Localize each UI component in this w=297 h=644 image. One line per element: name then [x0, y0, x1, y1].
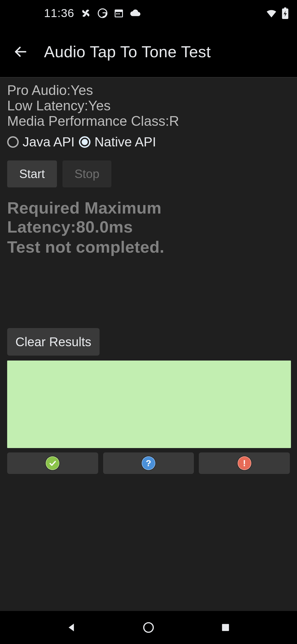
tap-area-panel[interactable]: [7, 361, 291, 448]
question-circle-icon: ?: [142, 456, 155, 470]
start-button-label: Start: [19, 167, 45, 181]
radio-native-label: Native API: [94, 134, 156, 149]
status-right: [265, 7, 289, 20]
svg-rect-6: [284, 7, 286, 9]
stop-button-label: Stop: [75, 167, 100, 181]
fail-button[interactable]: !: [199, 452, 290, 474]
alert-circle-icon: !: [238, 456, 251, 470]
app-bar: Audio Tap To Tone Test: [0, 26, 297, 77]
pass-button[interactable]: [7, 452, 98, 474]
test-not-completed-line: Test not completed.: [7, 238, 290, 256]
stop-button: Stop: [62, 160, 112, 187]
screen-root: 11:36: [0, 0, 297, 644]
svg-rect-2: [115, 10, 123, 12]
check-circle-icon: [46, 456, 59, 470]
navigation-bar: [0, 611, 297, 644]
status-bar: 11:36: [0, 0, 297, 26]
radio-dot-icon: [82, 139, 88, 145]
required-latency-line: Required Maximum Latency:80.0ms: [7, 198, 290, 236]
svg-rect-4: [119, 13, 120, 15]
status-time: 11:36: [44, 7, 74, 20]
radio-row: Java API Native API: [7, 134, 290, 149]
svg-rect-3: [116, 13, 118, 15]
status-left: 11:36: [44, 7, 141, 20]
media-perf-line: Media Performance Class:R: [7, 113, 290, 129]
app-bar-divider: [0, 77, 297, 78]
calendar-icon: [114, 8, 124, 18]
nav-back-button[interactable]: [59, 615, 84, 640]
radio-java-label: Java API: [23, 134, 75, 149]
arrow-left-icon: [13, 44, 28, 59]
clear-results-label: Clear Results: [15, 334, 91, 349]
square-icon: [220, 622, 231, 633]
back-button[interactable]: [8, 39, 33, 64]
result-button-row: ? !: [7, 452, 290, 474]
start-stop-row: Start Stop: [7, 160, 290, 187]
battery-charging-icon: [282, 7, 289, 19]
circle-icon: [142, 621, 155, 634]
svg-rect-9: [222, 624, 229, 631]
wifi-icon: [265, 7, 278, 20]
google-g-icon: [97, 8, 108, 18]
nav-home-button[interactable]: [136, 615, 161, 640]
start-button[interactable]: Start: [7, 160, 57, 187]
radio-outline-icon: [7, 136, 19, 148]
nav-recents-button[interactable]: [213, 615, 238, 640]
triangle-left-icon: [66, 622, 77, 633]
clear-results-button[interactable]: Clear Results: [7, 328, 100, 356]
low-latency-line: Low Latency:Yes: [7, 98, 290, 113]
radio-outline-icon: [79, 136, 90, 148]
radio-native-api[interactable]: Native API: [79, 134, 156, 149]
info-result-button[interactable]: ?: [103, 452, 194, 474]
radio-java-api[interactable]: Java API: [7, 134, 75, 149]
content: Pro Audio:Yes Low Latency:Yes Media Perf…: [0, 79, 297, 611]
cloud-icon: [130, 7, 141, 19]
pinwheel-icon: [80, 8, 91, 19]
svg-point-8: [144, 623, 153, 632]
pro-audio-line: Pro Audio:Yes: [7, 83, 290, 98]
page-title: Audio Tap To Tone Test: [44, 42, 211, 61]
